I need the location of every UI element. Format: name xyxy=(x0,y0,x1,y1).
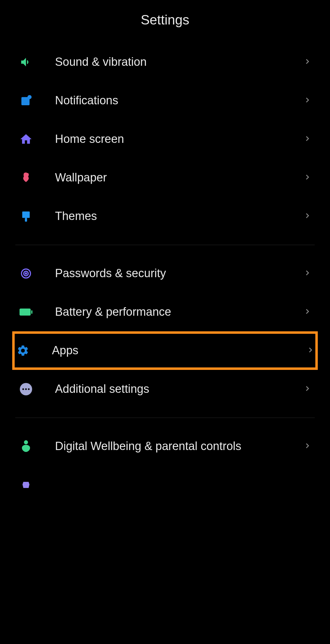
settings-item-sound-vibration[interactable]: Sound & vibration xyxy=(15,43,315,81)
item-label: Notifications xyxy=(55,93,303,108)
chevron-right-icon xyxy=(303,441,312,451)
header: Settings xyxy=(0,0,330,43)
svg-point-12 xyxy=(28,388,30,390)
settings-item-apps[interactable]: Apps xyxy=(12,331,318,370)
chevron-right-icon xyxy=(303,211,312,221)
chevron-right-icon xyxy=(303,269,312,278)
svg-point-1 xyxy=(28,95,31,99)
notifications-icon xyxy=(18,93,34,108)
item-label: Wallpaper xyxy=(55,170,303,185)
svg-rect-3 xyxy=(25,218,27,221)
battery-icon xyxy=(18,304,34,320)
section-divider xyxy=(15,245,315,245)
apps-icon xyxy=(15,343,31,358)
section-divider xyxy=(15,418,315,418)
wellbeing-icon xyxy=(18,439,34,454)
svg-point-10 xyxy=(22,388,24,390)
settings-list: Sound & vibration Notifications xyxy=(0,43,330,504)
chevron-right-icon xyxy=(306,346,315,356)
svg-point-11 xyxy=(25,388,27,390)
settings-item-wallpaper[interactable]: Wallpaper xyxy=(15,158,315,197)
svg-point-13 xyxy=(24,440,28,444)
themes-icon xyxy=(18,209,34,224)
item-label: Digital Wellbeing & parental controls xyxy=(55,439,303,454)
settings-item-themes[interactable]: Themes xyxy=(15,197,315,236)
settings-item-special-features[interactable] xyxy=(15,466,315,504)
settings-item-notifications[interactable]: Notifications xyxy=(15,81,315,120)
item-label: Apps xyxy=(52,343,306,358)
item-label: Additional settings xyxy=(55,382,303,396)
svg-rect-8 xyxy=(31,310,32,314)
item-label: Home screen xyxy=(55,132,303,147)
home-icon xyxy=(18,132,34,147)
more-icon xyxy=(18,382,34,397)
chevron-right-icon xyxy=(303,96,312,106)
chevron-right-icon xyxy=(303,173,312,183)
svg-point-6 xyxy=(25,273,27,274)
chevron-right-icon xyxy=(303,307,312,317)
wallpaper-icon xyxy=(18,170,34,185)
sound-icon xyxy=(18,54,34,70)
settings-item-battery-performance[interactable]: Battery & performance xyxy=(15,293,315,331)
svg-rect-7 xyxy=(20,309,31,316)
settings-item-passwords-security[interactable]: Passwords & security xyxy=(15,254,315,293)
settings-item-additional-settings[interactable]: Additional settings xyxy=(15,370,315,408)
special-icon xyxy=(18,477,34,493)
settings-item-digital-wellbeing[interactable]: Digital Wellbeing & parental controls xyxy=(15,427,315,466)
item-label: Themes xyxy=(55,209,303,224)
chevron-right-icon xyxy=(303,384,312,394)
svg-rect-2 xyxy=(22,211,30,218)
chevron-right-icon xyxy=(303,57,312,67)
settings-item-home-screen[interactable]: Home screen xyxy=(15,120,315,158)
item-label: Passwords & security xyxy=(55,266,303,281)
fingerprint-icon xyxy=(18,266,34,281)
chevron-right-icon xyxy=(303,134,312,144)
item-label: Sound & vibration xyxy=(55,54,303,69)
page-title: Settings xyxy=(0,12,330,28)
item-label: Battery & performance xyxy=(55,304,303,319)
